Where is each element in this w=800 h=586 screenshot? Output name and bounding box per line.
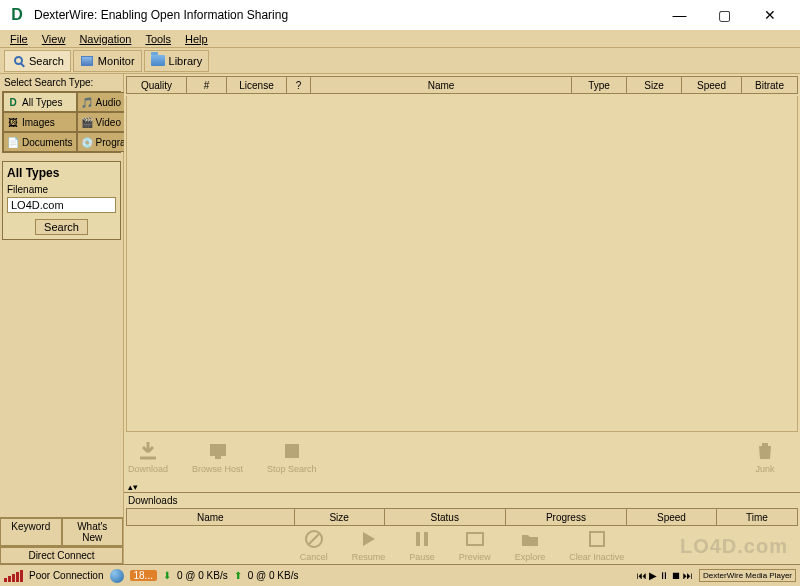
pause-icon	[411, 528, 433, 550]
media-pause-button[interactable]: ⏸	[659, 570, 669, 581]
trash-icon	[754, 440, 776, 462]
dlcol-time[interactable]: Time	[717, 509, 797, 525]
search-icon	[11, 54, 25, 68]
menu-file[interactable]: File	[10, 33, 28, 45]
documents-icon: 📄	[7, 136, 19, 148]
media-play-button[interactable]: ▶	[649, 570, 657, 581]
media-prev-button[interactable]: ⏮	[637, 570, 647, 581]
programs-icon: 💿	[81, 136, 93, 148]
clear-icon	[586, 528, 608, 550]
tab-whatsnew[interactable]: What's New	[62, 518, 124, 546]
stop-icon	[281, 440, 303, 462]
dlcol-name[interactable]: Name	[127, 509, 295, 525]
media-stop-button[interactable]: ⏹	[671, 570, 681, 581]
col-speed[interactable]: Speed	[682, 77, 742, 93]
filename-label: Filename	[7, 184, 116, 195]
action-browsehost[interactable]: Browse Host	[192, 440, 243, 474]
action-download[interactable]: Download	[128, 440, 168, 474]
close-button[interactable]: ✕	[747, 1, 792, 29]
results-actions: Download Browse Host Stop Search Junk	[124, 432, 800, 482]
action-clearinactive[interactable]: Clear Inactive	[569, 528, 624, 562]
svg-rect-8	[467, 533, 483, 545]
explore-icon	[519, 528, 541, 550]
col-num[interactable]: #	[187, 77, 227, 93]
dlcol-speed[interactable]: Speed	[627, 509, 717, 525]
upload-rate: 0 @ 0 KB/s	[248, 570, 299, 581]
resume-icon	[357, 528, 379, 550]
search-types-label: Select Search Type:	[0, 74, 123, 91]
status-bar: Poor Connection 18... ⬇ 0 @ 0 KB/s ⬆ 0 @…	[0, 564, 800, 586]
title-bar: D DexterWire: Enabling Open Information …	[0, 0, 800, 30]
tab-keyword[interactable]: Keyword	[0, 518, 62, 546]
tab-library-label: Library	[169, 55, 203, 67]
type-all[interactable]: D All Types	[3, 92, 77, 112]
type-images[interactable]: 🖼 Images	[3, 112, 77, 132]
action-cancel[interactable]: Cancel	[300, 528, 328, 562]
menu-bar: File View Navigation Tools Help	[0, 30, 800, 48]
maximize-button[interactable]: ▢	[702, 1, 747, 29]
minimize-button[interactable]: —	[657, 1, 702, 29]
action-explore[interactable]: Explore	[515, 528, 546, 562]
menu-navigation[interactable]: Navigation	[79, 33, 131, 45]
action-stopsearch[interactable]: Stop Search	[267, 440, 317, 474]
video-icon: 🎬	[81, 116, 93, 128]
downloads-label: Downloads	[124, 492, 800, 508]
download-icon	[137, 440, 159, 462]
cancel-icon	[303, 528, 325, 550]
browsehost-icon	[207, 440, 229, 462]
action-preview[interactable]: Preview	[459, 528, 491, 562]
tab-monitor[interactable]: Monitor	[73, 50, 142, 72]
col-quality[interactable]: Quality	[127, 77, 187, 93]
col-size[interactable]: Size	[627, 77, 682, 93]
svg-rect-7	[424, 532, 428, 546]
action-pause[interactable]: Pause	[409, 528, 435, 562]
svg-rect-0	[210, 444, 226, 456]
col-type[interactable]: Type	[572, 77, 627, 93]
svg-rect-9	[590, 532, 604, 546]
col-name[interactable]: Name	[311, 77, 572, 93]
upload-arrow-icon: ⬆	[234, 570, 242, 581]
col-license[interactable]: License	[227, 77, 287, 93]
globe-icon	[110, 569, 124, 583]
left-panel: Select Search Type: D All Types 🎵 Audio …	[0, 74, 124, 564]
tab-direct-connect[interactable]: Direct Connect	[0, 547, 123, 564]
main-tabs: Search Monitor Library	[0, 48, 800, 74]
images-icon: 🖼	[7, 116, 19, 128]
col-help[interactable]: ?	[287, 77, 311, 93]
download-arrow-icon: ⬇	[163, 570, 171, 581]
connection-count: 18...	[130, 570, 157, 581]
dlcol-progress[interactable]: Progress	[506, 509, 627, 525]
preview-icon	[464, 528, 486, 550]
action-resume[interactable]: Resume	[352, 528, 386, 562]
bottom-tabs: Keyword What's New Direct Connect	[0, 517, 123, 564]
svg-marker-5	[363, 532, 375, 546]
col-bitrate[interactable]: Bitrate	[742, 77, 797, 93]
tab-monitor-label: Monitor	[98, 55, 135, 67]
svg-line-4	[309, 534, 319, 544]
action-junk[interactable]: Junk	[754, 440, 776, 474]
dlcol-status[interactable]: Status	[385, 509, 506, 525]
menu-help[interactable]: Help	[185, 33, 208, 45]
type-documents[interactable]: 📄 Documents	[3, 132, 77, 152]
menu-tools[interactable]: Tools	[145, 33, 171, 45]
download-rate: 0 @ 0 KB/s	[177, 570, 228, 581]
right-panel: Quality # License ? Name Type Size Speed…	[124, 74, 800, 564]
svg-rect-2	[285, 444, 299, 458]
tab-library[interactable]: Library	[144, 50, 210, 72]
results-header: Quality # License ? Name Type Size Speed…	[126, 76, 798, 94]
splitter-handle[interactable]: ▴▾	[124, 482, 800, 492]
dlcol-size[interactable]: Size	[295, 509, 385, 525]
results-area	[126, 96, 798, 432]
svg-rect-1	[215, 456, 221, 459]
menu-view[interactable]: View	[42, 33, 66, 45]
search-button[interactable]: Search	[35, 219, 88, 235]
search-heading: All Types	[7, 166, 116, 180]
filename-input[interactable]	[7, 197, 116, 213]
all-types-icon: D	[7, 96, 19, 108]
app-logo-icon: D	[8, 6, 26, 24]
media-next-button[interactable]: ⏭	[683, 570, 693, 581]
tab-search[interactable]: Search	[4, 50, 71, 72]
tab-search-label: Search	[29, 55, 64, 67]
download-actions: Cancel Resume Pause Preview Explore Clea…	[124, 526, 800, 564]
search-type-grid: D All Types 🎵 Audio 🖼 Images 🎬 Video 📄 D…	[2, 91, 121, 153]
